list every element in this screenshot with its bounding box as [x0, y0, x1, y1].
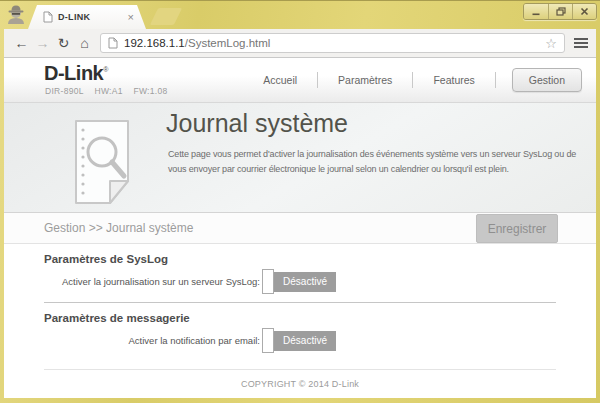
- nav-item-features[interactable]: Features: [413, 74, 494, 86]
- site-header: D-Link® DIR-890L HW:A1 FW:1.08 Accueil P…: [4, 58, 596, 103]
- address-bar[interactable]: 192.168.1.1/SystemLog.html ☆: [100, 33, 565, 53]
- nav-item-gestion[interactable]: Gestion: [512, 68, 582, 92]
- footer-divider: [44, 369, 556, 370]
- model-number: DIR-890L: [45, 86, 84, 96]
- email-section-heading: Paramètres de messagerie: [44, 312, 596, 324]
- main-nav: Accueil Paramètres Features Gestion: [243, 58, 582, 102]
- browser-toolbar: ← → ↻ ⌂ 192.168.1.1/SystemLog.html ☆: [4, 29, 596, 58]
- url-domain: 192.168.1.1: [124, 37, 185, 49]
- reload-icon[interactable]: ↻: [53, 36, 74, 50]
- page-description: Cette page vous permet d'activer la jour…: [168, 147, 576, 178]
- device-model-line: DIR-890L HW:A1 FW:1.08: [45, 86, 175, 96]
- breadcrumb: Gestion >> Journal système: [44, 221, 193, 235]
- copyright-text: COPYRIGHT © 2014 D-Link: [4, 379, 596, 389]
- email-toggle[interactable]: Désactivé: [262, 328, 336, 353]
- tab-title: D-LINK: [58, 12, 128, 22]
- restore-button[interactable]: [548, 4, 572, 19]
- back-icon[interactable]: ←: [11, 36, 32, 50]
- toggle-state-label: Désactivé: [274, 331, 336, 351]
- nav-item-accueil[interactable]: Accueil: [243, 74, 317, 86]
- action-bar: Gestion >> Journal système Enregistrer: [4, 213, 596, 244]
- bookmark-star-icon[interactable]: ☆: [545, 37, 557, 50]
- section-divider: [44, 302, 556, 303]
- dlink-logo: D-Link®: [44, 62, 108, 85]
- page-banner: Journal système Cette page vous permet d…: [4, 103, 596, 213]
- nav-item-parametres[interactable]: Paramètres: [318, 74, 412, 86]
- email-section: Paramètres de messagerie Activer la noti…: [4, 312, 596, 354]
- window-controls: [523, 3, 597, 20]
- menu-icon[interactable]: [573, 36, 589, 50]
- syslog-toggle[interactable]: Désactivé: [262, 269, 336, 294]
- page-favicon-icon: [43, 11, 53, 23]
- close-button[interactable]: [572, 4, 596, 19]
- toggle-knob[interactable]: [262, 269, 274, 294]
- email-setting-row: Activer la notification par email: Désac…: [4, 327, 596, 354]
- hardware-version: HW:A1: [94, 86, 122, 96]
- browser-tab[interactable]: D-LINK ×: [28, 5, 146, 29]
- forward-icon[interactable]: →: [32, 36, 53, 50]
- page-content: D-Link® DIR-890L HW:A1 FW:1.08 Accueil P…: [4, 58, 596, 398]
- tab-close-icon[interactable]: ×: [128, 12, 134, 23]
- browser-window: D-LINK × ← → ↻ ⌂: [0, 0, 600, 403]
- syslog-toggle-label: Activer la journalisation sur un serveur…: [4, 276, 260, 287]
- url-page-icon: [108, 37, 118, 49]
- firmware-version: FW:1.08: [133, 86, 167, 96]
- home-icon[interactable]: ⌂: [74, 36, 95, 50]
- new-tab-button[interactable]: [150, 8, 182, 25]
- save-button[interactable]: Enregistrer: [476, 214, 558, 243]
- minimize-button[interactable]: [524, 4, 548, 19]
- toggle-state-label: Désactivé: [274, 272, 336, 292]
- title-bar: D-LINK ×: [0, 1, 600, 29]
- log-search-icon: [66, 119, 140, 205]
- nav-separator: [495, 72, 496, 88]
- syslog-section: Paramètres de SysLog Activer la journali…: [4, 253, 596, 295]
- incognito-icon: [5, 4, 27, 26]
- page-title: Journal système: [166, 109, 348, 138]
- url-text: 192.168.1.1/SystemLog.html: [124, 37, 270, 49]
- email-toggle-label: Activer la notification par email:: [4, 335, 260, 346]
- syslog-setting-row: Activer la journalisation sur un serveur…: [4, 268, 596, 295]
- url-path: /SystemLog.html: [185, 37, 271, 49]
- syslog-section-heading: Paramètres de SysLog: [44, 253, 596, 265]
- toggle-knob[interactable]: [262, 328, 274, 353]
